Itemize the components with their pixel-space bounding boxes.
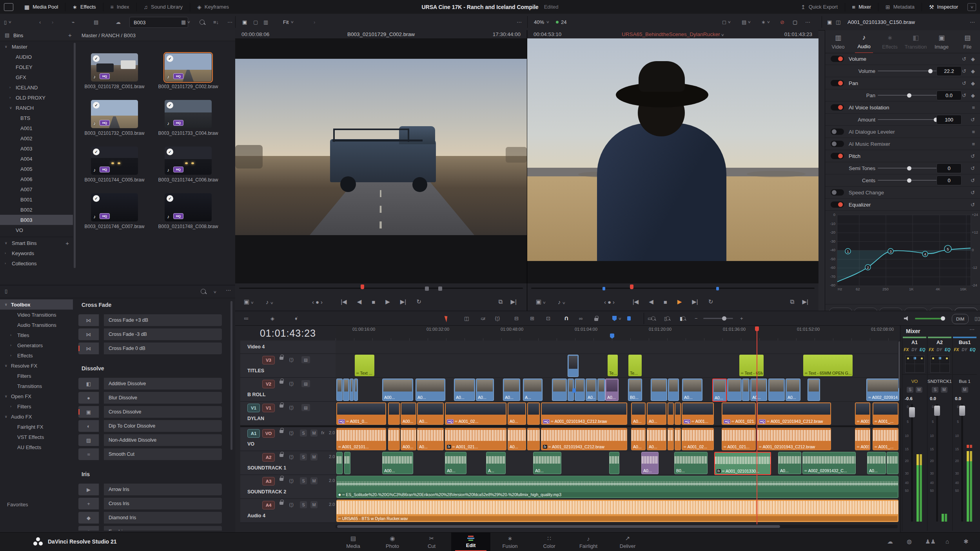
chevron-icon[interactable]: › — [10, 404, 11, 408]
timeline-clip-a00[interactable]: A00... — [401, 402, 416, 425]
timeline-clip[interactable] — [527, 402, 540, 425]
insert-clip-icon[interactable]: ⊟ — [514, 311, 519, 326]
top-button-index[interactable]: ≡Index — [105, 0, 135, 14]
effect-item-cross-fade-0-db[interactable]: ⋈Cross Fade 0 dB — [78, 343, 222, 354]
timeline-clip-a001021019[interactable]: ∞A001_02101943_C212.braw — [757, 428, 831, 450]
sidebar-item-smart-bins[interactable]: ∨Smart Bins+ — [0, 238, 73, 248]
solo-button[interactable]: S — [300, 501, 307, 508]
value-box[interactable]: 0.0 — [936, 91, 962, 100]
track-badge[interactable]: V1 — [262, 404, 275, 412]
slider-handle[interactable] — [907, 93, 911, 98]
bin-item-bts[interactable]: BTS — [0, 113, 73, 123]
bin-item-b003[interactable]: B003 — [0, 215, 73, 225]
reset-icon[interactable]: ↺ — [962, 92, 966, 98]
timeline-clip-a002020914[interactable]: ∞A002_02091432_C... — [802, 452, 856, 474]
timeline-clip[interactable] — [568, 355, 579, 377]
timeline-clip[interactable] — [651, 379, 667, 401]
effects-tree-audio-fx[interactable]: ∨Audio FX — [0, 411, 73, 422]
inspector-split-icon[interactable]: ◫ — [836, 14, 840, 30]
bin-item-vo[interactable]: VO — [0, 225, 73, 235]
tl-camera-icon[interactable]: ▶| — [802, 298, 808, 305]
timeline-clip-a0[interactable]: A0... — [631, 402, 646, 425]
chevron-icon[interactable]: › — [10, 353, 11, 357]
keyframe-icon[interactable]: ◆ — [971, 80, 975, 86]
pan-grid[interactable] — [905, 355, 925, 373]
track-lane-v3[interactable]: ∞Text ...Te...Te...∞Text - 65MM...∞Text … — [336, 354, 898, 378]
reset-icon[interactable]: ↺ — [971, 190, 975, 196]
clip-thumbnail[interactable]: ✓♪HQ — [165, 100, 212, 128]
track-header-video-4[interactable]: Video 4 — [240, 341, 336, 354]
bin-item-a003[interactable]: A003 — [0, 143, 73, 154]
nav-photo[interactable]: ◉Photo — [373, 533, 412, 551]
strip-badge-eq[interactable]: EQ — [920, 348, 925, 352]
tl-stop-button[interactable]: ■ — [664, 299, 667, 305]
step-back-button[interactable]: ◀ — [357, 298, 362, 305]
options-icon[interactable]: ≡ — [972, 129, 975, 135]
timeline-clip-a00[interactable]: A00... — [382, 452, 413, 474]
auto-select-icon[interactable]: ⟨¦⟩ — [289, 454, 294, 460]
track-lane-v2[interactable]: A00...A0...A0...A0...A0...A...A0...A0...… — [336, 378, 898, 402]
timeline-name[interactable]: URSA65_BehindtheScenes_DylanRucker ∨ — [622, 31, 724, 37]
play-button[interactable]: ▶ — [385, 298, 390, 305]
timeline-viewer-playhead[interactable] — [630, 285, 633, 289]
timeline-scrub-bar[interactable] — [527, 283, 818, 293]
timeline-clip-a0[interactable]: A0... — [641, 452, 659, 474]
razor-icon[interactable]: ▭̷ — [481, 311, 485, 326]
nav-deliver[interactable]: ↗Deliver — [608, 533, 647, 551]
panel-toggle-icon[interactable]: ▯ ∨ — [4, 14, 11, 30]
timeline-clip-a0[interactable]: A0... — [508, 428, 526, 450]
lock-icon[interactable] — [279, 355, 283, 361]
top-button-quick-export[interactable]: ↥Quick Export — [795, 0, 843, 14]
timeline-clip-essolitude[interactable]: ◆∞ES_Solitude%20-%20G%C3%B6ran%20Erikson… — [336, 476, 898, 498]
add-bin-icon[interactable]: + — [68, 32, 72, 38]
timeline-clip-a001[interactable]: ∞A001... — [855, 402, 870, 425]
reset-icon[interactable]: ↺ — [971, 153, 975, 159]
auto-select-icon[interactable]: ⟨¦⟩ — [289, 381, 294, 386]
tl-loop-button[interactable]: ↻ — [708, 298, 713, 305]
timeline-clip-a0[interactable]: A0... — [605, 379, 619, 401]
track-header-soundtrack-2[interactable]: A3⟨¦⟩SM2.0SOUNDTRACK 2 — [240, 475, 336, 499]
effect-item-cross-fade-+3-db[interactable]: ⋈Cross Fade +3 dB — [78, 314, 222, 326]
lock-icon[interactable] — [279, 379, 283, 385]
sidebar-item-collections[interactable]: ›Collections — [0, 258, 73, 268]
timeline-clip-text65mm[interactable]: ∞Text - 65MM... — [739, 355, 764, 376]
dim-button[interactable]: DIM — [952, 314, 969, 324]
fader-slot[interactable] — [911, 404, 913, 522]
options-icon[interactable]: ≡ — [972, 141, 975, 147]
monitor-volume-handle[interactable] — [941, 316, 945, 321]
toggle-pan[interactable] — [831, 80, 844, 86]
bin-item-ranch[interactable]: ∨RANCH — [0, 103, 73, 113]
strip-solo-button[interactable]: S — [907, 387, 913, 393]
tl-play-button[interactable]: ▶ — [677, 298, 682, 305]
top-button-effects[interactable]: ∗Effects — [67, 0, 101, 14]
fader-handle[interactable] — [934, 406, 940, 416]
bin-item-a005[interactable]: A005 — [0, 164, 73, 174]
dynamic-trim-icon[interactable]: ⟨¦⟩ — [495, 311, 500, 326]
film-enable-icon[interactable]: ▤ — [301, 380, 310, 387]
viewer-more-icon[interactable]: ⋯ — [805, 14, 810, 30]
reset-icon[interactable]: ↺ — [971, 202, 975, 208]
strip-badge-dy[interactable]: DY — [911, 348, 917, 352]
fader-slot[interactable] — [936, 404, 938, 522]
timeline-clip[interactable] — [354, 379, 358, 401]
timeline-clip[interactable] — [388, 428, 400, 450]
chevron-down-icon[interactable]: ∨ — [5, 45, 7, 49]
collaboration-icon[interactable]: ♟♟ — [925, 538, 936, 545]
timeline-hscrollbar[interactable] — [336, 525, 898, 528]
timeline-clip-a0[interactable]: A0... — [712, 379, 727, 402]
overwrite-clip-icon[interactable]: ⊞ — [530, 311, 534, 326]
timeline-clip-a0[interactable]: A0... — [750, 379, 767, 401]
source-more-icon[interactable]: ⋯ — [517, 14, 522, 30]
bins-scrollbar[interactable] — [74, 43, 76, 268]
scrub-marker-blue-2[interactable] — [716, 287, 719, 290]
track-header-dylan[interactable]: V1V1⟨¦⟩▤DYLAN — [240, 402, 336, 426]
reset-icon[interactable]: ↺ — [971, 165, 975, 171]
chevron-icon[interactable]: › — [5, 261, 6, 265]
mixer-more-icon[interactable]: ⋯ — [969, 326, 975, 332]
sidebar-item-keywords[interactable]: ›Keywords — [0, 248, 73, 258]
clip-view-icon[interactable]: ▣ ∨ — [244, 298, 254, 305]
effects-tree-vst-effects[interactable]: VST Effects — [0, 432, 73, 442]
eq-band-4[interactable]: B 4 — [904, 308, 927, 311]
top-button-media-pool[interactable]: ▦Media Pool — [19, 0, 64, 14]
timeline-clip-b0[interactable]: B0... — [628, 379, 642, 401]
